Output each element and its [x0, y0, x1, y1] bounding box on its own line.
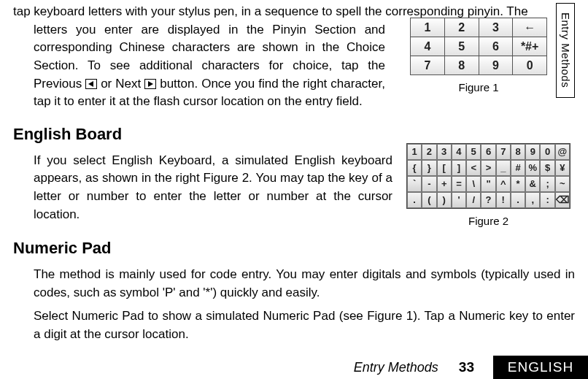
figure-2: 1234567890@{}[]<>_#%$¥`-+=\"^*&;~.()'/?!…: [406, 143, 570, 229]
keyboard-key: /: [466, 192, 481, 208]
keypad-key: 7: [411, 56, 445, 75]
keypad-key: 2: [444, 18, 479, 37]
keyboard-key: \: [466, 176, 481, 192]
keyboard-key: ⌫: [555, 192, 570, 208]
figure-1: 1 2 3 ← 4 5 6 *#+ 7 8 9 0 Figure 1: [410, 18, 547, 96]
keyboard-key: .: [511, 192, 525, 208]
keyboard-key: (: [422, 192, 436, 208]
keyboard-key: _: [496, 160, 511, 176]
keypad-key: 0: [513, 56, 547, 75]
keyboard-key: 3: [437, 144, 452, 160]
heading-numeric-pad: Numeric Pad: [13, 237, 575, 260]
keyboard-key: $: [540, 160, 554, 176]
keyboard-key: 7: [496, 144, 511, 160]
previous-icon: [85, 79, 97, 89]
keyboard-key: ~: [555, 176, 570, 192]
keyboard-key: @: [555, 144, 570, 160]
keyboard-key: *: [511, 176, 525, 192]
keyboard-key: ;: [540, 176, 554, 192]
english-board-para: If you select English Keyboard, a simula…: [34, 152, 392, 224]
side-tab: Entry Methods: [556, 3, 575, 98]
keypad-key: 8: [444, 56, 479, 75]
keyboard-key: !: [496, 192, 511, 208]
keypad-key: ←: [513, 18, 547, 37]
intro-rest: letters you enter are displayed in the P…: [34, 21, 385, 111]
footer-page: 33: [459, 357, 474, 378]
keypad-key: 3: [479, 18, 513, 37]
keypad-key: 9: [479, 56, 513, 75]
keyboard-key: >: [481, 160, 495, 176]
keyboard-key: `: [407, 176, 422, 192]
keyboard-key: 0: [540, 144, 554, 160]
keypad-key: 5: [444, 37, 479, 56]
keyboard-key: ¥: [555, 160, 570, 176]
keyboard-key: :: [540, 192, 554, 208]
keyboard-key: 4: [452, 144, 466, 160]
numeric-pad-para-2: Select Numeric Pad to show a simulated N…: [34, 307, 575, 343]
numeric-pad-para-1: The method is mainly used for code entry…: [34, 266, 575, 302]
keyboard-key: [: [437, 160, 452, 176]
heading-english-board: English Board: [13, 123, 575, 146]
keyboard-key: %: [525, 160, 540, 176]
keyboard-key: ?: [481, 192, 495, 208]
next-icon: [144, 79, 156, 89]
figure-1-keypad: 1 2 3 ← 4 5 6 *#+ 7 8 9 0: [410, 18, 547, 75]
keyboard-key: ^: [496, 176, 511, 192]
keyboard-key: +: [437, 176, 452, 192]
keyboard-key: 2: [422, 144, 436, 160]
figure-2-caption: Figure 2: [406, 213, 570, 229]
keyboard-key: {: [407, 160, 422, 176]
intro-text-b: or Next: [101, 77, 144, 91]
keypad-key: 4: [411, 37, 445, 56]
footer: Entry Methods 33 ENGLISH: [0, 356, 588, 379]
keyboard-key: =: [452, 176, 466, 192]
keyboard-key: ): [437, 192, 452, 208]
keyboard-key: ]: [452, 160, 466, 176]
keyboard-key: 8: [511, 144, 525, 160]
keyboard-key: &: [525, 176, 540, 192]
keyboard-key: .: [407, 192, 422, 208]
keyboard-key: -: [422, 176, 436, 192]
figure-2-keyboard: 1234567890@{}[]<>_#%$¥`-+=\"^*&;~.()'/?!…: [406, 143, 570, 209]
keypad-key: 6: [479, 37, 513, 56]
keyboard-key: ,: [525, 192, 540, 208]
keypad-key: 1: [411, 18, 445, 37]
keyboard-key: <: [466, 160, 481, 176]
keyboard-key: 5: [466, 144, 481, 160]
keyboard-key: ": [481, 176, 495, 192]
footer-title: Entry Methods: [354, 358, 438, 377]
keyboard-key: ': [452, 192, 466, 208]
keyboard-key: 6: [481, 144, 495, 160]
footer-language: ENGLISH: [493, 356, 588, 379]
figure-1-caption: Figure 1: [410, 80, 547, 96]
keyboard-key: 9: [525, 144, 540, 160]
keyboard-key: 1: [407, 144, 422, 160]
keypad-key: *#+: [513, 37, 547, 56]
keyboard-key: }: [422, 160, 436, 176]
keyboard-key: #: [511, 160, 525, 176]
